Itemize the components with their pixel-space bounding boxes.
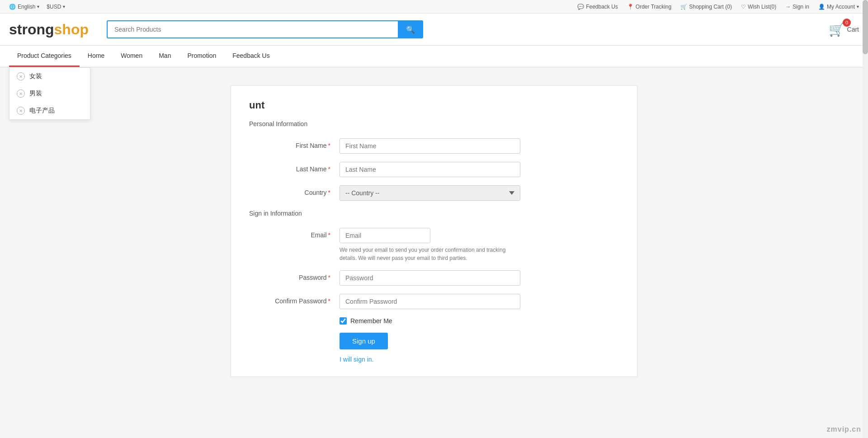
password-required: * [328,274,330,281]
nav-item-women[interactable]: Women [113,46,151,67]
cart-icon: 🛒 [680,4,687,10]
account-dropdown-arrow: ▾ [857,4,859,9]
remember-me-label[interactable]: Remember Me [350,317,392,325]
country-select[interactable]: -- Country -- China United States United… [340,185,520,201]
cart-widget[interactable]: 0 🛒 Cart [829,22,859,37]
password-input[interactable] [340,270,520,286]
language-selector[interactable]: 🌐 English ▾ [9,4,39,10]
page-title: unt [249,99,619,111]
search-input[interactable] [107,20,398,38]
confirm-password-label: Confirm Password* [249,294,340,305]
feedback-link[interactable]: 💬 Feedback Us [577,4,618,10]
user-icon: 👤 [818,4,825,10]
currency-selector[interactable]: $USD ▾ [47,4,65,10]
signup-button[interactable]: Sign up [340,333,388,349]
nav-item-home[interactable]: Home [80,46,113,67]
logo[interactable]: strongshop [9,21,89,38]
cart-label: Cart [847,26,859,33]
nav-item-man[interactable]: Man [151,46,179,67]
search-bar: 🔍 [107,20,423,38]
email-row: Email* We need your email to send you yo… [249,228,619,262]
nav-item-promotion[interactable]: Promotion [179,46,224,67]
email-field-wrap: We need your email to send you your orde… [340,228,520,262]
signin-link[interactable]: I will sign in. [340,356,373,363]
order-tracking-link[interactable]: 📍 Order Tracking [627,4,671,10]
wish-list-link[interactable]: ♡ Wish List(0) [741,4,776,10]
confirm-password-required: * [328,297,330,305]
category-icon-electronics: ✕ [17,107,25,115]
remember-me-row: Remember Me [340,317,619,325]
country-required: * [328,189,330,196]
cart-shopping-icon: 🛒 [829,22,844,37]
header: strongshop 🔍 0 🛒 Cart [0,14,868,46]
top-bar-right: 💬 Feedback Us 📍 Order Tracking 🛒 Shoppin… [577,4,859,10]
confirm-password-row: Confirm Password* [249,294,619,309]
heart-icon: ♡ [741,4,746,10]
category-icon-nvzhuang: ✕ [17,72,25,80]
last-name-required: * [328,165,330,173]
header-right: 0 🛒 Cart [829,22,859,37]
remember-me-checkbox[interactable] [340,317,347,325]
email-input[interactable] [340,228,430,243]
first-name-required: * [328,142,330,149]
currency-label: $USD [47,4,61,10]
nav-item-product-categories[interactable]: Product Categories [9,46,80,67]
last-name-label: Last Name* [249,162,340,173]
first-name-input[interactable] [340,138,520,154]
my-account-link[interactable]: 👤 My Account ▾ [818,4,859,10]
nav-item-feedback-us[interactable]: Feedback Us [224,46,278,67]
scrollbar-track[interactable] [863,0,868,395]
language-dropdown-arrow: ▾ [37,4,39,9]
sign-in-link[interactable]: → Sign in [785,4,809,10]
password-row: Password* [249,270,619,286]
feedback-icon: 💬 [577,4,584,10]
nav-bar: Product Categories Home Women Man Promot… [0,46,868,67]
email-label: Email* [249,228,340,239]
category-dropdown: ✕ 女装 ✕ 男装 ✕ 电子产品 [9,67,90,120]
dropdown-item-electronics[interactable]: ✕ 电子产品 [9,102,90,119]
dropdown-item-nvzhuang[interactable]: ✕ 女装 [9,68,90,85]
category-icon-nanzhuang: ✕ [17,89,25,98]
signin-icon: → [785,4,791,10]
globe-icon: 🌐 [9,4,16,10]
cart-badge: 0 [843,19,851,27]
email-help-text: We need your email to send you your orde… [340,246,520,262]
location-icon: 📍 [627,4,634,10]
email-required: * [328,231,330,239]
country-row: Country* -- Country -- China United Stat… [249,185,619,201]
first-name-row: First Name* [249,138,619,154]
top-bar: 🌐 English ▾ $USD ▾ 💬 Feedback Us 📍 Order… [0,0,868,14]
country-label: Country* [249,185,340,196]
logo-strong: strong [9,21,54,38]
search-button[interactable]: 🔍 [398,20,423,38]
password-label: Password* [249,270,340,281]
signin-info-section-title: Sign in Information [249,210,619,220]
shopping-cart-link[interactable]: 🛒 Shopping Cart (0) [680,4,732,10]
currency-dropdown-arrow: ▾ [63,4,65,9]
scrollbar-thumb[interactable] [863,0,868,54]
confirm-password-input[interactable] [340,294,520,309]
language-label: English [18,4,35,10]
last-name-row: Last Name* [249,162,619,177]
dropdown-item-nanzhuang[interactable]: ✕ 男装 [9,85,90,102]
main-content: unt Personal Information First Name* Las… [231,85,637,377]
first-name-label: First Name* [249,138,340,149]
top-bar-left: 🌐 English ▾ $USD ▾ [9,4,65,10]
personal-info-section-title: Personal Information [249,120,619,130]
last-name-input[interactable] [340,162,520,177]
logo-shop: shop [54,21,89,38]
